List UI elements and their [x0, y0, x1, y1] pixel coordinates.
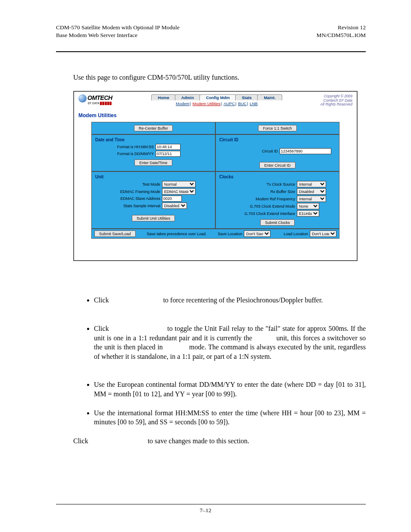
copyright: Copyright © 2009 Comtech EF Data All Rig…: [320, 94, 352, 106]
tab-admin[interactable]: Admin: [175, 94, 201, 100]
footer-rule: [56, 504, 366, 504]
rx-buffer-label: Rx Buffer Size: [219, 190, 297, 194]
page-footer: 7–12: [0, 504, 411, 514]
ref-freq-label: Modem Ref Frequency: [219, 197, 297, 201]
circuit-id-label: Circuit ID: [219, 149, 280, 153]
save-location-select[interactable]: Don't Save: [244, 230, 271, 237]
enter-date-time-button[interactable]: Enter Date/Time: [134, 159, 172, 166]
bullet-force: Click to toggle the Unit Fail relay to t…: [94, 324, 366, 361]
g703-interface-label: G.703 Clock Extend Interface: [219, 212, 297, 216]
tab-home[interactable]: Home: [151, 94, 175, 100]
edmac-framing-mode-select[interactable]: EDMAC Master: [162, 188, 196, 195]
stats-interval-label: Stats Sample Interval: [95, 204, 162, 208]
submit-save-load-button[interactable]: Submit Save/Load: [94, 230, 136, 237]
tx-clock-source-select[interactable]: Internal: [297, 181, 326, 187]
submit-unit-utilities-button[interactable]: Submit Unit Utilities: [132, 215, 175, 221]
edmac-addr-label: EDMAC Slave Address: [95, 196, 162, 201]
save-location-label: Save Location: [218, 232, 242, 236]
enter-circuit-id-button[interactable]: Enter Circuit ID: [259, 162, 295, 168]
page-number: 7–12: [200, 507, 212, 513]
tx-clock-label: Tx Clock Source: [219, 182, 297, 187]
header-left-1: CDM-570 Satellite Modem with Optional IP…: [56, 24, 180, 31]
body-text: Click to force recentering of the Plesio…: [56, 296, 366, 445]
header-left-2: Base Modem Web Server Interface: [56, 31, 180, 39]
load-location-select[interactable]: Don't Load: [310, 230, 336, 237]
tab-config-mdm[interactable]: Config Mdm: [199, 94, 236, 100]
bullet-time-format: Use the international format HH:MM:SS to…: [94, 408, 366, 427]
edmac-mode-label: EDMAC Framing Mode: [95, 190, 162, 194]
g703-clock-extend-mode-select[interactable]: None: [297, 203, 319, 209]
time-input[interactable]: [156, 144, 181, 150]
header-right-1: Revision 12: [317, 24, 366, 31]
screenshot-panel: OMTECH EF DATA █████. Home Admin Config …: [73, 91, 358, 261]
g703-mode-label: G.703 Clock Extend Mode: [219, 204, 297, 208]
circuit-id-input[interactable]: [280, 148, 331, 154]
sub-tabs: Modem| Modem Utilities| AUPC| BUC| LNB: [113, 101, 321, 106]
date-label: Format is DD/MM/YY: [95, 152, 156, 156]
subtab-aupc[interactable]: AUPC: [224, 101, 235, 106]
load-location-label: Load Location: [283, 232, 308, 236]
submit-clocks-button[interactable]: Submit Clocks: [260, 219, 295, 226]
recenter-buffer-button[interactable]: Re-Center Buffer: [134, 125, 173, 131]
rx-buffer-size-select[interactable]: Disabled: [297, 188, 326, 195]
header-right-2: MN/CDM570L.IOM: [317, 31, 366, 39]
logo-text: OMTECH: [87, 94, 112, 101]
test-mode-label: Test Mode: [95, 182, 162, 187]
page-title: Modem Utilities: [78, 112, 357, 118]
subtab-modem-utilities[interactable]: Modem Utilities: [193, 101, 221, 106]
subtab-lnb[interactable]: LNB: [250, 101, 258, 106]
edmac-slave-address-input[interactable]: [162, 196, 182, 202]
test-mode-select[interactable]: Normal: [162, 181, 196, 187]
unit-heading: Unit: [95, 174, 212, 179]
save-note: Save takes precedence over Load.: [136, 232, 218, 236]
stats-sample-interval-select[interactable]: Disabled: [162, 202, 187, 209]
clocks-heading: Clocks: [219, 174, 336, 179]
bullet-date-format: Use the European continental format DD/M…: [94, 380, 366, 398]
time-label: Format is HH:MM:SS: [95, 145, 156, 149]
bullet-recenter: Click to force recentering of the Plesio…: [94, 296, 366, 305]
main-tabs: Home Admin Config Mdm Stats Maint.: [152, 94, 282, 100]
intro-text: Use this page to configure CDM-570/570L …: [73, 74, 366, 81]
modem-ref-frequency-select[interactable]: Internal: [297, 196, 326, 202]
date-input[interactable]: [156, 151, 181, 157]
g703-clock-extend-interface-select[interactable]: E1Unbal: [297, 210, 319, 217]
subtab-buc[interactable]: BUC: [238, 101, 246, 106]
page-header: CDM-570 Satellite Modem with Optional IP…: [56, 24, 366, 39]
force-1-1-switch-button[interactable]: Force 1:1 Switch: [258, 125, 296, 131]
date-time-heading: Date and Time: [95, 137, 212, 142]
tab-maint[interactable]: Maint.: [257, 94, 282, 100]
tab-stats[interactable]: Stats: [235, 94, 258, 100]
subtab-modem[interactable]: Modem: [176, 101, 190, 106]
circuit-id-heading: Circuit ID: [219, 137, 336, 142]
header-rule: [56, 51, 366, 52]
click-save-paragraph: Click to save changes made to this secti…: [73, 436, 366, 446]
